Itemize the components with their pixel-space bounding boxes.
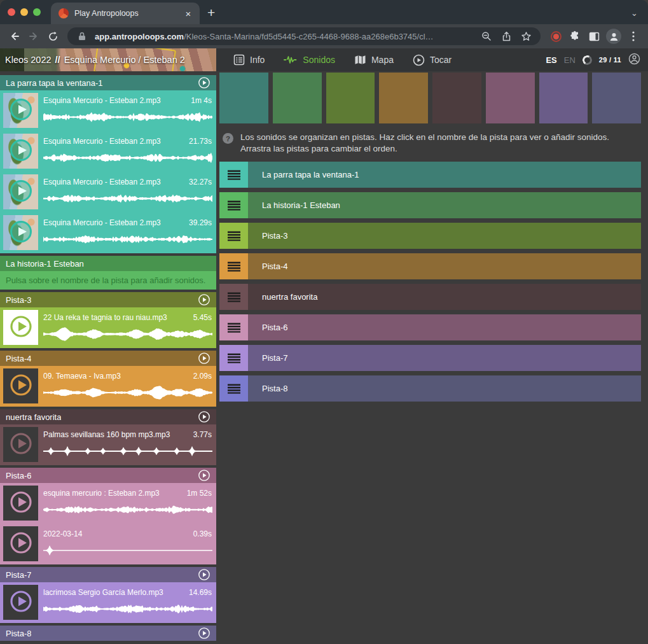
- track-play-button[interactable]: [198, 469, 210, 482]
- browser-tab[interactable]: Play Antropoloops ×: [51, 3, 200, 24]
- track-name: La parra tapa la ventana-1: [6, 78, 103, 88]
- track-row-name-button[interactable]: La historia-1 Esteban: [248, 192, 641, 218]
- clip-play-button[interactable]: [10, 531, 32, 557]
- clip-play-button[interactable]: [10, 315, 32, 340]
- clip-play-button[interactable]: [10, 432, 32, 458]
- track-list: La parra tapa la ventana-1 La historia-1…: [219, 162, 641, 402]
- clip-play-button[interactable]: [10, 491, 32, 516]
- sidebar-track-header[interactable]: Pista-3: [0, 292, 216, 307]
- nav-tab-sonidos[interactable]: Sonidos: [274, 48, 345, 71]
- lang-en-button[interactable]: EN: [564, 55, 576, 65]
- profile-avatar[interactable]: [606, 29, 621, 44]
- track-row[interactable]: Pista-3: [219, 223, 641, 249]
- track-drag-handle[interactable]: [219, 375, 248, 402]
- track-row-name-button[interactable]: Pista-8: [248, 375, 641, 402]
- forward-icon[interactable]: [25, 28, 42, 45]
- sidebar-track-header[interactable]: La historia-1 Esteban: [0, 256, 216, 271]
- track-play-button[interactable]: [198, 627, 210, 640]
- audio-clip[interactable]: lacrimosa Sergio García Merlo.mp314.69s: [0, 582, 216, 623]
- clip-play-button[interactable]: [10, 374, 32, 399]
- minimize-window-button[interactable]: [20, 8, 28, 16]
- nav-tab-tocar[interactable]: Tocar: [403, 48, 461, 71]
- clip-waveform: [43, 190, 212, 207]
- help-icon: ?: [223, 133, 233, 144]
- track-row-name-button[interactable]: nuertra favorita: [248, 284, 641, 310]
- track-row[interactable]: Pista-7: [219, 345, 641, 371]
- audio-clip[interactable]: Esquina Mercurio - Esteban 2.mp321.73s: [0, 131, 216, 172]
- tab-search-chevron-icon[interactable]: ⌄: [631, 8, 638, 18]
- nav-tab-mapa[interactable]: Mapa: [345, 48, 403, 71]
- reload-icon[interactable]: [45, 28, 61, 45]
- audio-clip[interactable]: 2022-03-140.39s: [0, 524, 216, 564]
- track-row-label: Pista-8: [262, 384, 287, 393]
- sidebar-track-header[interactable]: Pista-6: [0, 468, 216, 483]
- maximize-window-button[interactable]: [33, 8, 41, 16]
- track-row[interactable]: nuertra favorita: [219, 284, 641, 310]
- browser-menu-icon[interactable]: [625, 28, 642, 45]
- clip-thumbnail: [3, 310, 38, 345]
- audio-clip[interactable]: Esquina Mercurio - Esteban 2.mp31m 4s: [0, 90, 216, 131]
- favicon-icon: [59, 8, 69, 18]
- sidebar-track-section: Pista-6 esquina mercurio : Esteban 2.mp3…: [0, 468, 216, 564]
- clip-title: 22 Ua reka te tagnia to rau niau.mp3: [43, 313, 170, 322]
- audio-clip[interactable]: Esquina Mercurio - Esteban 2.mp332.27s: [0, 172, 216, 213]
- clip-play-button[interactable]: [10, 220, 32, 246]
- close-window-button[interactable]: [8, 8, 15, 16]
- header-right: ES EN 29 / 11: [546, 53, 648, 67]
- track-row-name-button[interactable]: Pista-7: [248, 345, 641, 371]
- audio-clip[interactable]: esquina mercurio : Esteban 2.mp31m 52s: [0, 483, 216, 524]
- bookmark-star-icon[interactable]: [519, 29, 533, 43]
- track-row-name-button[interactable]: Pista-4: [248, 253, 641, 279]
- track-play-button[interactable]: [198, 410, 210, 423]
- share-icon[interactable]: [499, 29, 513, 43]
- sidebar-track-header[interactable]: nuertra favorita: [0, 409, 216, 424]
- sidebar-track-header[interactable]: Pista-8: [0, 626, 216, 641]
- zoom-out-icon[interactable]: [479, 29, 493, 43]
- new-tab-button[interactable]: +: [207, 5, 215, 20]
- audio-clip[interactable]: Palmas sevillanas 160 bpm mp3.mp33.77s: [0, 424, 216, 465]
- track-drag-handle[interactable]: [219, 314, 248, 340]
- clip-play-button[interactable]: [10, 139, 32, 164]
- clip-play-button[interactable]: [10, 179, 32, 205]
- track-row[interactable]: Pista-8: [219, 375, 641, 402]
- track-drag-handle[interactable]: [219, 253, 248, 279]
- track-drag-handle[interactable]: [219, 162, 248, 188]
- audio-clip[interactable]: 09. Temaeva - Iva.mp32.09s: [0, 366, 216, 407]
- track-play-button[interactable]: [198, 568, 210, 581]
- tab-close-icon[interactable]: ×: [182, 8, 195, 19]
- account-icon[interactable]: [628, 53, 640, 67]
- track-row[interactable]: La parra tapa la ventana-1: [219, 162, 641, 188]
- back-icon[interactable]: [6, 28, 23, 45]
- clip-play-button[interactable]: [10, 98, 32, 123]
- audio-clip[interactable]: 22 Ua reka te tagnia to rau niau.mp35.45…: [0, 307, 216, 348]
- clip-title: Esquina Mercurio - Esteban 2.mp3: [43, 178, 170, 186]
- track-drag-handle[interactable]: [219, 284, 248, 310]
- recording-indicator-icon[interactable]: [551, 31, 562, 42]
- side-panel-icon[interactable]: [586, 28, 602, 45]
- sidebar-track-header[interactable]: Pista-7: [0, 567, 216, 582]
- clip-title: Palmas sevillanas 160 bpm mp3.mp3: [43, 430, 170, 439]
- track-drag-handle[interactable]: [219, 223, 248, 249]
- track-play-button[interactable]: [198, 293, 210, 306]
- nav-tab-info[interactable]: Info: [224, 48, 274, 71]
- track-play-button[interactable]: [198, 352, 210, 365]
- sidebar-track-header[interactable]: Pista-4: [0, 351, 216, 366]
- track-row[interactable]: La historia-1 Esteban: [219, 192, 641, 218]
- track-row-label: La historia-1 Esteban: [262, 200, 340, 210]
- audio-clip[interactable]: Esquina Mercurio - Esteban 2.mp339.29s: [0, 213, 216, 253]
- track-row[interactable]: Pista-6: [219, 314, 641, 340]
- sidebar-track-header[interactable]: La parra tapa la ventana-1: [0, 75, 216, 90]
- track-drag-handle[interactable]: [219, 192, 248, 218]
- track-drag-handle[interactable]: [219, 345, 248, 371]
- track-row-name-button[interactable]: La parra tapa la ventana-1: [248, 162, 641, 188]
- track-row[interactable]: Pista-4: [219, 253, 641, 279]
- track-color-swatch: [273, 73, 322, 123]
- address-bar[interactable]: app.antropoloops.com/Kleos-Santa-Marina/…: [67, 27, 541, 45]
- extensions-puzzle-icon[interactable]: [567, 28, 583, 45]
- track-row-name-button[interactable]: Pista-3: [248, 223, 641, 249]
- lang-es-button[interactable]: ES: [546, 55, 556, 65]
- track-play-button[interactable]: [198, 76, 210, 89]
- track-color-swatch: [219, 73, 268, 123]
- track-row-name-button[interactable]: Pista-6: [248, 314, 641, 340]
- clip-play-button[interactable]: [10, 590, 32, 615]
